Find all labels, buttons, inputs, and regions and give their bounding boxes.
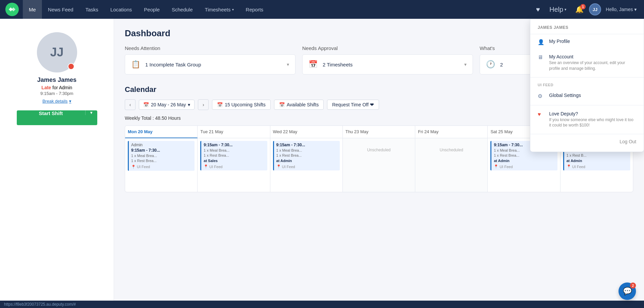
day-header-wed[interactable]: Wed 22 May [270, 126, 343, 138]
notification-button[interactable]: 🔔 1 [573, 3, 586, 15]
shift-break2-tue: 1 x Rest Brea... [204, 153, 265, 158]
nav-items: Me News Feed Tasks Locations People Sche… [23, 0, 533, 19]
shift-break2-mon: 1 x Rest Brea... [131, 158, 192, 163]
cal-cell-fri: Unscheduled [415, 138, 488, 192]
shift-feed-sat: 📍 UI Feed [494, 164, 555, 169]
status-url: https://f8eb3f20073725.au.deputy.com/# [4, 302, 76, 307]
chat-icon: 💬 [623, 287, 632, 296]
dropdown-user-header: JAMES JAMES [530, 19, 644, 34]
unscheduled-fri: Unscheduled [418, 148, 485, 152]
logout-button[interactable]: Log Out [530, 134, 644, 149]
upcoming-shifts-label: 15 Upcoming Shifts [225, 102, 265, 107]
chat-bubble-button[interactable]: 💬 2 [619, 283, 636, 300]
day-header-tue[interactable]: Tue 21 May [198, 126, 270, 138]
my-profile-label: My Profile [549, 39, 570, 44]
cal-cell-mon[interactable]: Admin 9:15am - 7:30... 1 x Meal Brea... … [125, 138, 198, 192]
calendar-icon-small: 📅 [143, 102, 149, 107]
unscheduled-thu: Unscheduled [345, 148, 412, 152]
location-pin-icon-tue: 📍 [204, 164, 208, 169]
shift-at-sat: at Admin [494, 158, 555, 163]
available-shifts-icon: 📅 [279, 102, 285, 107]
account-icon: 🖥 [538, 54, 545, 60]
status-bar: https://f8eb3f20073725.au.deputy.com/# [0, 301, 644, 308]
start-shift-dropdown-icon[interactable]: ▾ [85, 110, 97, 115]
profile-icon: 👤 [538, 39, 545, 45]
range-chevron-icon: ▾ [188, 102, 190, 107]
timesheets-chevron-icon: ▾ [464, 62, 467, 67]
attention-chevron-icon: ▾ [287, 62, 289, 67]
dropdown-divider-1 [530, 77, 644, 78]
global-settings-label: Global Settings [549, 93, 581, 98]
nav-item-reports[interactable]: Reports [240, 0, 270, 19]
love-deputy-label: Love Deputy? [549, 111, 636, 116]
nav-item-timesheets[interactable]: Timesheets ▾ [199, 0, 240, 19]
calendar-next-button[interactable]: › [198, 99, 209, 110]
location-pin-icon-wed: 📍 [276, 164, 281, 169]
dropdown-love-deputy[interactable]: ♥ Love Deputy? If you know someone else … [530, 107, 644, 133]
cal-cell-tue[interactable]: 9:15am - 7:30... 1 x Meal Brea... 1 x Re… [198, 138, 270, 192]
chat-badge: 2 [630, 283, 636, 289]
user-status: Late for Admin [42, 85, 72, 90]
cal-cell-thu: Unscheduled [343, 138, 415, 192]
nav-item-schedule[interactable]: Schedule [166, 0, 199, 19]
dropdown-global-settings[interactable]: ⚙ Global Settings [530, 88, 644, 104]
request-time-off-button[interactable]: Request Time Off ❤ [327, 100, 379, 110]
shift-time-mon: 9:15am - 7:30... [131, 148, 192, 153]
user-name: James James [37, 76, 76, 84]
available-shifts-label: Available Shifts [287, 102, 319, 107]
hello-chevron-icon: ▾ [634, 7, 637, 12]
calendar-range-selector[interactable]: 📅 20 May - 26 May ▾ [139, 100, 195, 110]
task-icon: 📋 [131, 60, 141, 69]
shift-feed-mon: 📍 UI Feed [131, 165, 192, 169]
start-shift-button[interactable]: Start Shift ▾ [17, 110, 97, 125]
location-pin-icon-sun: 📍 [567, 164, 571, 169]
nav-item-newsfeed[interactable]: News Feed [42, 0, 79, 19]
cal-cell-wed[interactable]: 9:15am - 7:30... 1 x Meal Brea... 1 x Re… [270, 138, 343, 192]
settings-icon: ⚙ [538, 93, 545, 99]
needs-attention-section: Needs Attention 📋 1 Incomplete Task Grou… [125, 45, 296, 74]
avatar: JJ [37, 32, 77, 72]
needs-approval-title: Needs Approval [302, 45, 473, 51]
needs-approval-section: Needs Approval 📅 2 Timesheets ▾ [302, 45, 473, 74]
day-header-thu[interactable]: Thu 23 May [343, 126, 415, 138]
dropdown-username: JAMES JAMES [538, 25, 636, 30]
shift-card-mon: Admin 9:15am - 7:30... 1 x Meal Brea... … [128, 141, 195, 171]
shift-card-tue: 9:15am - 7:30... 1 x Meal Brea... 1 x Re… [200, 141, 267, 170]
nav-item-locations[interactable]: Locations [104, 0, 138, 19]
timesheets-text: 2 Timesheets [323, 62, 460, 67]
logo[interactable] [5, 3, 19, 16]
available-shifts-button[interactable]: 📅 Available Shifts [274, 100, 324, 110]
calendar-range-label: 20 May - 26 May [151, 102, 186, 107]
break-chevron-icon: ▾ [69, 99, 71, 104]
status-indicator [68, 63, 74, 70]
shift-break1-mon: 1 x Meal Brea... [131, 153, 192, 158]
favorites-button[interactable]: ♥ [533, 4, 543, 15]
dropdown-my-profile[interactable]: 👤 My Profile [530, 34, 644, 50]
day-header-fri[interactable]: Fri 24 May [415, 126, 488, 138]
love-deputy-desc: If you know someone else who might love … [549, 117, 636, 129]
shift-at-sun: at Admin [567, 158, 628, 163]
timesheets-card[interactable]: 📅 2 Timesheets ▾ [302, 54, 473, 74]
nav-item-people[interactable]: People [138, 0, 166, 19]
incomplete-task-group-card[interactable]: 📋 1 Incomplete Task Group ▾ [125, 54, 296, 74]
shift-break1-tue: 1 x Meal Brea... [204, 148, 265, 153]
upcoming-shifts-icon: 📅 [217, 102, 223, 107]
shift-feed-sun: 📍 UI Feed [567, 164, 628, 169]
help-button[interactable]: Help ▾ [546, 4, 570, 15]
user-avatar-button[interactable]: JJ [589, 3, 601, 15]
upcoming-shifts-button[interactable]: 📅 15 Upcoming Shifts [212, 100, 270, 110]
day-header-mon[interactable]: Mon 20 May [125, 126, 198, 138]
nav-item-me[interactable]: Me [23, 0, 42, 19]
sidebar: JJ James James Late for Admin 9:15am - 7… [0, 19, 114, 308]
dropdown-my-account[interactable]: 🖥 My Account See an overview of your acc… [530, 50, 644, 76]
calendar-prev-button[interactable]: ‹ [125, 99, 136, 110]
break-details-link[interactable]: Break details ▾ [42, 99, 71, 104]
hello-label: Hello, James [606, 7, 633, 12]
nav-right-actions: ♥ Help ▾ 🔔 1 JJ Hello, James ▾ [533, 3, 639, 15]
hello-user-button[interactable]: Hello, James ▾ [604, 7, 639, 12]
nav-item-tasks[interactable]: Tasks [79, 0, 104, 19]
my-account-desc: See an overview of your account, edit yo… [549, 60, 636, 71]
late-label: Late [42, 85, 51, 90]
needs-attention-title: Needs Attention [125, 45, 296, 51]
notification-badge: 1 [580, 4, 586, 9]
